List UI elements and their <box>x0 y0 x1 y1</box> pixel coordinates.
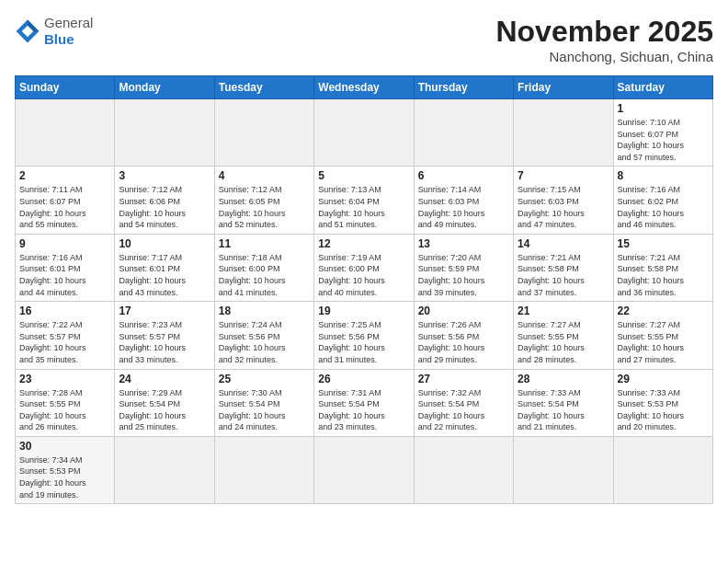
logo: General Blue <box>15 15 93 48</box>
day-cell: 24Sunrise: 7:29 AM Sunset: 5:54 PM Dayli… <box>115 369 214 436</box>
day-number: 6 <box>418 169 509 182</box>
day-info: Sunrise: 7:30 AM Sunset: 5:54 PM Dayligh… <box>219 387 310 433</box>
logo-icon <box>15 18 40 44</box>
day-number: 15 <box>618 237 709 250</box>
weekday-header-row: SundayMondayTuesdayWednesdayThursdayFrid… <box>16 76 713 99</box>
day-cell: 4Sunrise: 7:12 AM Sunset: 6:05 PM Daylig… <box>214 167 313 234</box>
day-cell: 20Sunrise: 7:26 AM Sunset: 5:56 PM Dayli… <box>414 302 513 369</box>
day-number: 9 <box>19 237 110 250</box>
location: Nanchong, Sichuan, China <box>495 49 713 64</box>
day-cell <box>115 436 214 503</box>
week-row-5: 23Sunrise: 7:28 AM Sunset: 5:55 PM Dayli… <box>16 369 713 436</box>
day-info: Sunrise: 7:16 AM Sunset: 6:01 PM Dayligh… <box>19 252 110 298</box>
day-cell <box>514 436 613 503</box>
day-number: 17 <box>119 304 210 317</box>
day-info: Sunrise: 7:12 AM Sunset: 6:06 PM Dayligh… <box>119 184 210 230</box>
header: General Blue November 2025 Nanchong, Sic… <box>15 15 713 64</box>
day-info: Sunrise: 7:10 AM Sunset: 6:07 PM Dayligh… <box>618 117 709 163</box>
day-info: Sunrise: 7:11 AM Sunset: 6:07 PM Dayligh… <box>19 184 110 230</box>
weekday-header-wednesday: Wednesday <box>314 76 414 99</box>
logo-text: General Blue <box>44 15 93 48</box>
day-cell <box>314 436 414 503</box>
day-number: 4 <box>219 169 310 182</box>
day-cell: 9Sunrise: 7:16 AM Sunset: 6:01 PM Daylig… <box>16 234 115 301</box>
day-number: 1 <box>618 102 709 115</box>
day-cell <box>16 99 115 167</box>
weekday-header-tuesday: Tuesday <box>214 76 313 99</box>
day-info: Sunrise: 7:19 AM Sunset: 6:00 PM Dayligh… <box>318 252 409 298</box>
day-cell: 27Sunrise: 7:32 AM Sunset: 5:54 PM Dayli… <box>414 369 513 436</box>
day-cell: 12Sunrise: 7:19 AM Sunset: 6:00 PM Dayli… <box>314 234 414 301</box>
day-info: Sunrise: 7:16 AM Sunset: 6:02 PM Dayligh… <box>618 184 709 230</box>
weekday-header-saturday: Saturday <box>613 76 712 99</box>
day-info: Sunrise: 7:21 AM Sunset: 5:58 PM Dayligh… <box>518 252 609 298</box>
day-info: Sunrise: 7:28 AM Sunset: 5:55 PM Dayligh… <box>19 387 110 433</box>
day-cell: 19Sunrise: 7:25 AM Sunset: 5:56 PM Dayli… <box>314 302 414 369</box>
day-number: 19 <box>318 304 409 317</box>
weekday-header-thursday: Thursday <box>414 76 513 99</box>
day-info: Sunrise: 7:17 AM Sunset: 6:01 PM Dayligh… <box>119 252 210 298</box>
day-number: 20 <box>418 304 509 317</box>
day-number: 24 <box>119 373 210 385</box>
week-row-2: 2Sunrise: 7:11 AM Sunset: 6:07 PM Daylig… <box>16 167 713 234</box>
day-cell: 2Sunrise: 7:11 AM Sunset: 6:07 PM Daylig… <box>16 167 115 234</box>
day-cell: 13Sunrise: 7:20 AM Sunset: 5:59 PM Dayli… <box>414 234 513 301</box>
day-number: 11 <box>219 237 310 250</box>
day-cell: 25Sunrise: 7:30 AM Sunset: 5:54 PM Dayli… <box>214 369 313 436</box>
day-number: 29 <box>618 373 709 385</box>
day-cell: 23Sunrise: 7:28 AM Sunset: 5:55 PM Dayli… <box>16 369 115 436</box>
day-cell: 14Sunrise: 7:21 AM Sunset: 5:58 PM Dayli… <box>514 234 613 301</box>
day-number: 27 <box>418 373 509 385</box>
day-number: 10 <box>119 237 210 250</box>
day-info: Sunrise: 7:29 AM Sunset: 5:54 PM Dayligh… <box>119 387 210 433</box>
day-cell: 30Sunrise: 7:34 AM Sunset: 5:53 PM Dayli… <box>16 436 115 503</box>
day-info: Sunrise: 7:21 AM Sunset: 5:58 PM Dayligh… <box>618 252 709 298</box>
day-cell: 5Sunrise: 7:13 AM Sunset: 6:04 PM Daylig… <box>314 167 414 234</box>
logo-blue: Blue <box>44 31 74 47</box>
day-cell: 7Sunrise: 7:15 AM Sunset: 6:03 PM Daylig… <box>514 167 613 234</box>
month-title: November 2025 <box>495 15 713 49</box>
day-cell <box>214 436 313 503</box>
day-number: 14 <box>518 237 609 250</box>
week-row-3: 9Sunrise: 7:16 AM Sunset: 6:01 PM Daylig… <box>16 234 713 301</box>
weekday-header-monday: Monday <box>115 76 214 99</box>
day-info: Sunrise: 7:34 AM Sunset: 5:53 PM Dayligh… <box>19 454 110 500</box>
week-row-1: 1Sunrise: 7:10 AM Sunset: 6:07 PM Daylig… <box>16 99 713 167</box>
day-cell: 6Sunrise: 7:14 AM Sunset: 6:03 PM Daylig… <box>414 167 513 234</box>
day-info: Sunrise: 7:20 AM Sunset: 5:59 PM Dayligh… <box>418 252 509 298</box>
day-number: 16 <box>19 304 110 317</box>
day-number: 30 <box>19 440 110 453</box>
day-info: Sunrise: 7:31 AM Sunset: 5:54 PM Dayligh… <box>318 387 409 433</box>
day-cell: 8Sunrise: 7:16 AM Sunset: 6:02 PM Daylig… <box>613 167 712 234</box>
day-number: 12 <box>318 237 409 250</box>
day-number: 26 <box>318 373 409 385</box>
calendar-table: SundayMondayTuesdayWednesdayThursdayFrid… <box>15 75 713 504</box>
day-number: 28 <box>518 373 609 385</box>
title-area: November 2025 Nanchong, Sichuan, China <box>495 15 713 64</box>
day-cell: 16Sunrise: 7:22 AM Sunset: 5:57 PM Dayli… <box>16 302 115 369</box>
day-cell <box>115 99 214 167</box>
day-number: 25 <box>219 373 310 385</box>
week-row-6: 30Sunrise: 7:34 AM Sunset: 5:53 PM Dayli… <box>16 436 713 503</box>
day-cell: 22Sunrise: 7:27 AM Sunset: 5:55 PM Dayli… <box>613 302 712 369</box>
day-info: Sunrise: 7:27 AM Sunset: 5:55 PM Dayligh… <box>518 319 609 365</box>
day-cell <box>414 99 513 167</box>
calendar-body: 1Sunrise: 7:10 AM Sunset: 6:07 PM Daylig… <box>16 99 713 504</box>
day-number: 13 <box>418 237 509 250</box>
day-info: Sunrise: 7:26 AM Sunset: 5:56 PM Dayligh… <box>418 319 509 365</box>
day-cell <box>214 99 313 167</box>
day-info: Sunrise: 7:25 AM Sunset: 5:56 PM Dayligh… <box>318 319 409 365</box>
day-number: 5 <box>318 169 409 182</box>
day-cell: 3Sunrise: 7:12 AM Sunset: 6:06 PM Daylig… <box>115 167 214 234</box>
day-info: Sunrise: 7:15 AM Sunset: 6:03 PM Dayligh… <box>518 184 609 230</box>
day-info: Sunrise: 7:14 AM Sunset: 6:03 PM Dayligh… <box>418 184 509 230</box>
day-info: Sunrise: 7:33 AM Sunset: 5:53 PM Dayligh… <box>618 387 709 433</box>
day-info: Sunrise: 7:18 AM Sunset: 6:00 PM Dayligh… <box>219 252 310 298</box>
day-number: 18 <box>219 304 310 317</box>
day-info: Sunrise: 7:33 AM Sunset: 5:54 PM Dayligh… <box>518 387 609 433</box>
day-cell <box>414 436 513 503</box>
day-cell: 11Sunrise: 7:18 AM Sunset: 6:00 PM Dayli… <box>214 234 313 301</box>
day-cell: 15Sunrise: 7:21 AM Sunset: 5:58 PM Dayli… <box>613 234 712 301</box>
day-info: Sunrise: 7:27 AM Sunset: 5:55 PM Dayligh… <box>618 319 709 365</box>
day-number: 8 <box>618 169 709 182</box>
